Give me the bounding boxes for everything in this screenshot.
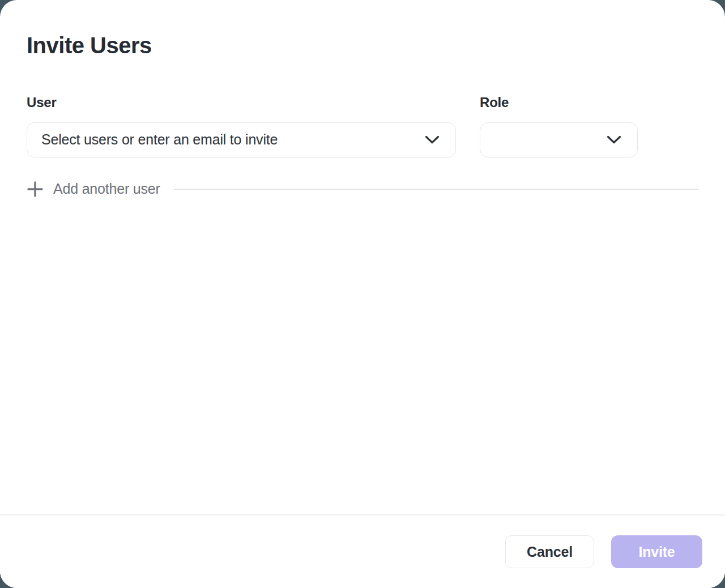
chevron-down-icon (607, 135, 621, 144)
page-title: Invite Users (27, 0, 698, 59)
modal-body: Invite Users User Select users or enter … (0, 0, 725, 198)
role-field-group: Role (480, 95, 638, 157)
add-another-user-button[interactable]: Add another user (27, 181, 160, 198)
role-field-label: Role (480, 95, 638, 110)
user-field-group: User Select users or enter an email to i… (27, 95, 456, 157)
chevron-down-icon (425, 135, 440, 144)
user-select-placeholder: Select users or enter an email to invite (41, 131, 278, 148)
plus-icon (27, 181, 44, 198)
add-another-user-label: Add another user (53, 181, 160, 197)
invite-users-modal: Invite Users User Select users or enter … (0, 0, 725, 588)
invite-button[interactable]: Invite (611, 535, 702, 568)
fields-row: User Select users or enter an email to i… (27, 95, 698, 157)
user-select[interactable]: Select users or enter an email to invite (27, 122, 456, 157)
user-field-label: User (27, 95, 456, 110)
cancel-button[interactable]: Cancel (505, 535, 594, 568)
add-user-row: Add another user (27, 181, 698, 198)
modal-footer: Cancel Invite (0, 514, 725, 588)
role-select[interactable] (480, 122, 638, 157)
divider (174, 189, 698, 190)
